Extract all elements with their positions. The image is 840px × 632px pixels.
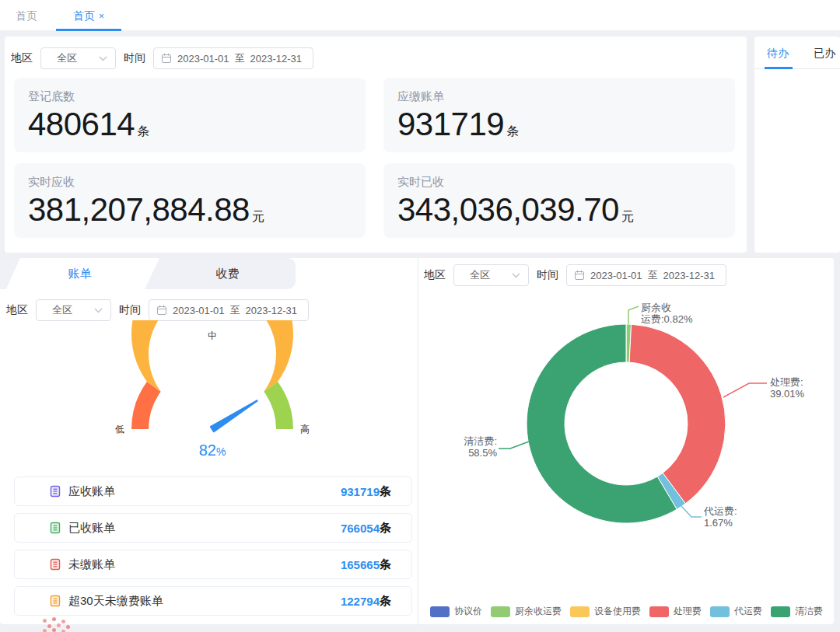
svg-text:中: 中: [208, 330, 217, 341]
legend-swatch: [491, 606, 510, 617]
bill-list: 应收账单 931719 条 已收账单 766054 条 未缴账单 165665 …: [14, 477, 412, 623]
calendar-icon: [161, 53, 172, 64]
stat-title: 实时应收: [28, 175, 352, 190]
bottom-section: 账单 收费 地区 全区 时间 2023-01-01 至 2023-12-31 低…: [0, 258, 834, 624]
region-label: 地区: [424, 268, 446, 282]
stat-card-payable-bills: 应缴账单 931719条: [383, 78, 735, 152]
legend-item-agreement-price[interactable]: 协议价: [430, 605, 482, 618]
chevron-down-icon: [94, 308, 103, 313]
tab-done[interactable]: 已办: [814, 37, 835, 69]
region-select[interactable]: 全区: [453, 264, 529, 286]
date-end: 2023-12-31: [246, 305, 298, 316]
date-range-input[interactable]: 2023-01-01 至 2023-12-31: [149, 299, 309, 321]
stat-card-registered-base: 登记底数 480614条: [14, 78, 366, 152]
stat-title: 应缴账单: [397, 89, 721, 104]
list-item-receivable-bills[interactable]: 应收账单 931719 条: [14, 477, 412, 506]
stat-title: 登记底数: [28, 89, 352, 104]
date-start: 2023-01-01: [590, 270, 642, 281]
legend-swatch: [710, 606, 730, 617]
stat-unit: 元: [621, 210, 634, 223]
list-item-unpaid-bills[interactable]: 未缴账单 165665 条: [14, 550, 412, 579]
legend-item-kitchen-waste-fee[interactable]: 厨余收运费: [491, 605, 562, 618]
legend-item-treatment-fee[interactable]: 处理费: [649, 605, 702, 618]
date-end: 2023-12-31: [663, 270, 716, 281]
list-item-label: 已收账单: [68, 521, 115, 536]
list-item-count: 766054: [341, 522, 380, 535]
tab-charges[interactable]: 收费: [159, 258, 296, 289]
region-label: 地区: [11, 51, 33, 65]
calendar-icon: [574, 270, 585, 281]
region-label: 地区: [6, 303, 28, 317]
legend-swatch: [649, 606, 669, 617]
donut-legend: 协议价 厨余收运费 设备使用费 处理费 代运费 清洁费: [419, 605, 834, 618]
callout-transport-agency-fee: 代运费:1.67%: [704, 505, 737, 529]
time-label: 时间: [537, 268, 558, 282]
fee-composition-panel: 地区 全区 时间 2023-01-01 至 2023-12-31 厨余收运费:0…: [419, 258, 834, 624]
bills-tab-strip: 账单 收费: [0, 258, 296, 289]
document-icon: [49, 558, 61, 571]
overview-filter-row: 地区 全区 时间 2023-01-01 至 2023-12-31: [11, 47, 313, 69]
gauge-chart: 低中高: [88, 320, 337, 456]
list-item-unit: 条: [380, 594, 391, 609]
date-start: 2023-01-01: [173, 305, 225, 316]
chevron-down-icon: [99, 56, 107, 61]
stat-value: 931719条: [397, 107, 721, 141]
stat-value: 381,207,884.88元: [28, 193, 352, 227]
list-item-label: 未缴账单: [68, 557, 115, 572]
fee-filter-row: 地区 全区 时间 2023-01-01 至 2023-12-31: [424, 264, 726, 286]
chevron-down-icon: [512, 273, 520, 278]
list-item-label: 超30天未缴费账单: [68, 594, 163, 609]
stat-unit: 元: [252, 210, 264, 223]
date-separator: 至: [235, 51, 245, 65]
list-item-overdue-30d-bills[interactable]: 超30天未缴费账单 122794 条: [14, 586, 412, 616]
date-range-input[interactable]: 2023-01-01 至 2023-12-31: [153, 47, 313, 69]
legend-item-transport-agency-fee[interactable]: 代运费: [710, 605, 762, 618]
list-item-unit: 条: [380, 557, 391, 572]
region-select-value: 全区: [470, 268, 490, 282]
list-item-count: 122794: [341, 595, 380, 608]
stat-value: 343,036,039.70元: [397, 193, 721, 227]
calendar-icon: [156, 305, 167, 316]
close-tab-icon[interactable]: ×: [99, 11, 104, 22]
legend-item-equipment-fee[interactable]: 设备使用费: [570, 605, 641, 618]
time-label: 时间: [124, 51, 145, 65]
time-label: 时间: [119, 303, 141, 317]
list-item-received-bills[interactable]: 已收账单 766054 条: [14, 513, 412, 543]
list-item-count: 931719: [341, 485, 380, 498]
callout-cleaning-fee: 清洁费:58.5%: [453, 435, 497, 459]
bills-panel: 账单 收费 地区 全区 时间 2023-01-01 至 2023-12-31 低…: [0, 258, 418, 624]
stat-card-realtime-receivable: 实时应收 381,207,884.88元: [14, 163, 366, 238]
date-end: 2023-12-31: [250, 53, 303, 65]
list-item-label: 应收账单: [68, 484, 115, 499]
date-start: 2023-01-01: [177, 53, 229, 65]
region-select[interactable]: 全区: [40, 47, 116, 69]
stat-card-realtime-received: 实时已收 343,036,039.70元: [383, 163, 735, 238]
callout-treatment-fee: 处理费:39.01%: [770, 376, 804, 400]
date-range-input[interactable]: 2023-01-01 至 2023-12-31: [566, 264, 726, 286]
date-separator: 至: [648, 268, 658, 282]
window-tab-label: 首页: [73, 9, 95, 22]
stat-unit: 条: [137, 124, 149, 138]
legend-swatch: [570, 606, 590, 617]
region-select[interactable]: 全区: [36, 299, 111, 321]
list-item-unit: 条: [380, 484, 391, 499]
tab-bills[interactable]: 账单: [0, 258, 159, 289]
svg-text:低: 低: [115, 424, 124, 435]
list-item-count: 165665: [341, 558, 380, 571]
bills-filter-row: 地区 全区 时间 2023-01-01 至 2023-12-31: [6, 299, 309, 321]
overview-panel: 地区 全区 时间 2023-01-01 至 2023-12-31 登记底数 48…: [5, 37, 747, 253]
stat-unit: 条: [506, 124, 519, 138]
todo-panel: 待办 已办: [754, 37, 840, 253]
donut-chart: [419, 301, 834, 561]
region-select-value: 全区: [57, 51, 77, 65]
tab-todo[interactable]: 待办: [767, 37, 789, 69]
list-item-unit: 条: [380, 521, 391, 536]
todo-tabs: 待办 已办: [754, 37, 840, 69]
stat-title: 实时已收: [397, 175, 721, 190]
document-icon: [49, 595, 61, 607]
legend-item-cleaning-fee[interactable]: 清洁费: [771, 605, 823, 618]
window-tab-home-active[interactable]: 首页×: [56, 0, 121, 31]
legend-swatch: [430, 606, 450, 617]
window-tab-home[interactable]: 首页: [16, 0, 37, 31]
document-icon: [49, 522, 61, 534]
